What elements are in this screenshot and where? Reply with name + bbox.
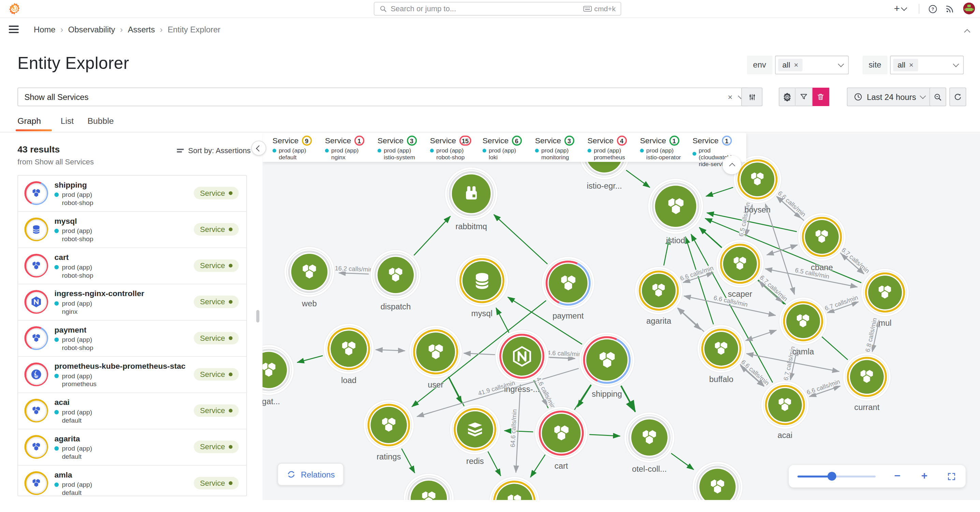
graph-node-dispatch[interactable] <box>374 254 417 296</box>
graph-node-load[interactable] <box>328 328 370 370</box>
delete-button[interactable] <box>813 87 829 107</box>
relations-button[interactable]: Relations <box>278 463 344 486</box>
service-row[interactable]: cart prod (app) robot-shop Service <box>18 248 246 284</box>
env-dot <box>692 152 696 156</box>
service-name: amla <box>54 471 72 480</box>
filter-button[interactable] <box>795 87 812 107</box>
graph-node-buffalo[interactable] <box>701 329 741 369</box>
graph-node-shipping[interactable] <box>583 336 631 384</box>
graph-node-redis[interactable] <box>454 408 496 451</box>
add-menu-button[interactable]: + <box>892 0 908 17</box>
refresh-button[interactable] <box>949 87 966 107</box>
service-namespace: default <box>62 489 81 496</box>
legend-item[interactable]: Service15prod (app)robot-shop <box>430 136 483 162</box>
service-row[interactable]: mysql prod (app) robot-shop Service <box>18 212 246 248</box>
zoom-slider[interactable] <box>797 475 876 477</box>
graph-node-user[interactable] <box>413 329 458 375</box>
node-label: ratings <box>345 452 433 461</box>
graph-action-buttons <box>779 87 829 107</box>
status-dot <box>229 372 232 376</box>
graph-node-ratings[interactable] <box>368 404 410 447</box>
graph-node-bp1[interactable] <box>407 477 450 500</box>
legend-item[interactable]: Service3prod (app)istio-system <box>378 136 430 162</box>
viewport: Search or jump to... cmd+k + ? Home› Obs… <box>0 0 980 512</box>
service-row[interactable]: amla prod (app) default Service <box>18 466 246 496</box>
breadcrumb-asserts[interactable]: Asserts <box>128 25 155 34</box>
graph-node-hgat[interactable] <box>262 348 290 391</box>
time-range-label: Last 24 hours <box>867 92 916 101</box>
panel-splitter-handle[interactable] <box>256 310 259 323</box>
graph-node-scaper[interactable] <box>720 244 760 284</box>
service-row[interactable]: prometheus-kube-prometheus-stack-prometh… <box>18 357 246 393</box>
query-combobox[interactable]: Show all Services × <box>18 87 749 107</box>
status-dot <box>229 481 232 485</box>
legend-item[interactable]: Service1prod (app)istio-operator <box>640 136 692 162</box>
node-label: istiod <box>632 236 719 245</box>
graph-node-rabbitmq[interactable] <box>449 171 494 216</box>
graph-node-mysql[interactable] <box>460 258 504 303</box>
graph-node-istiod[interactable] <box>652 183 699 230</box>
site-label: site <box>862 56 888 74</box>
graph-node-cbane[interactable] <box>802 217 842 257</box>
time-range-picker[interactable]: Last 24 hours <box>847 87 932 107</box>
legend-item[interactable]: Service6prod (app)loki <box>483 136 535 162</box>
tab-graph[interactable]: Graph <box>18 116 41 126</box>
grafana-logo-icon[interactable] <box>8 2 21 15</box>
avatar[interactable] <box>963 2 975 14</box>
legend-item[interactable]: Service1prod (app)nginx <box>325 136 378 162</box>
tab-list[interactable]: List <box>61 116 74 126</box>
query-options-button[interactable] <box>741 87 762 107</box>
service-row[interactable]: agarita prod (app) default Service <box>18 429 246 466</box>
breadcrumb-home[interactable]: Home <box>34 25 56 34</box>
legend-item[interactable]: Service4prod (app)prometheus <box>587 136 640 162</box>
graph-node-bp2[interactable] <box>493 481 536 500</box>
global-search-input[interactable]: Search or jump to... cmd+k <box>374 2 622 15</box>
help-button[interactable]: ? <box>924 0 941 17</box>
sort-by-button[interactable]: Sort by: Assertions <box>177 146 251 155</box>
graph-node-acai[interactable] <box>765 385 805 425</box>
tab-bubble[interactable]: Bubble <box>88 116 114 126</box>
legend-item[interactable]: Service3prod (app)monitoring <box>535 136 587 162</box>
legend-item[interactable]: Service9prod (app)default <box>272 136 325 162</box>
service-row[interactable]: payment prod (app) robot-shop Service <box>18 321 246 357</box>
results-source: from Show all Services <box>18 157 94 167</box>
clear-query-icon[interactable]: × <box>728 92 733 101</box>
collapse-legend-button[interactable] <box>722 156 741 174</box>
fullscreen-button[interactable] <box>946 471 957 482</box>
news-signal-button[interactable] <box>941 0 958 17</box>
settings-button[interactable] <box>779 87 795 107</box>
collapse-header-icon[interactable] <box>964 29 970 35</box>
service-icon <box>24 218 48 242</box>
graph-node-ingress[interactable] <box>500 334 544 378</box>
graph-node-mul[interactable] <box>865 272 905 312</box>
collapse-panel-button[interactable] <box>251 140 266 156</box>
service-row[interactable]: acai prod (app) default Service <box>18 393 246 429</box>
env-dot <box>535 148 539 152</box>
graph-node-camla[interactable] <box>783 301 823 341</box>
remove-site-value-icon[interactable]: × <box>909 61 913 70</box>
zoom-slider-thumb[interactable] <box>827 472 836 481</box>
site-select[interactable]: all× <box>890 56 964 74</box>
graph-node-agarita[interactable] <box>639 270 679 310</box>
node-label: acai <box>741 431 829 440</box>
service-row[interactable]: shipping prod (app) robot-shop Service <box>18 176 246 212</box>
graph-node-otel[interactable] <box>628 416 671 459</box>
graph-node-payment[interactable] <box>546 261 591 305</box>
graph-node-br[interactable] <box>696 466 739 500</box>
env-select[interactable]: all× <box>775 56 849 74</box>
topbar-divider <box>919 4 919 14</box>
zoom-in-button[interactable]: + <box>919 471 930 482</box>
graph-node-cart[interactable] <box>539 411 584 456</box>
menu-toggle-button[interactable] <box>9 25 19 33</box>
zoom-out-time-button[interactable] <box>929 87 946 107</box>
service-name: acai <box>54 398 70 407</box>
remove-env-value-icon[interactable]: × <box>794 61 798 70</box>
zoom-out-button[interactable]: − <box>892 471 903 482</box>
refresh-icon <box>953 92 962 101</box>
graph-node-web[interactable] <box>288 251 331 293</box>
service-row[interactable]: ingress-nginx-controller prod (app) ngin… <box>18 285 246 321</box>
topology-graph[interactable]: 16.2 calls/min32.5 calls/min41.9 calls/m… <box>262 133 980 500</box>
graph-node-currant[interactable] <box>847 357 887 397</box>
node-label: boysen <box>714 205 801 214</box>
breadcrumb-observability[interactable]: Observability <box>68 25 115 34</box>
